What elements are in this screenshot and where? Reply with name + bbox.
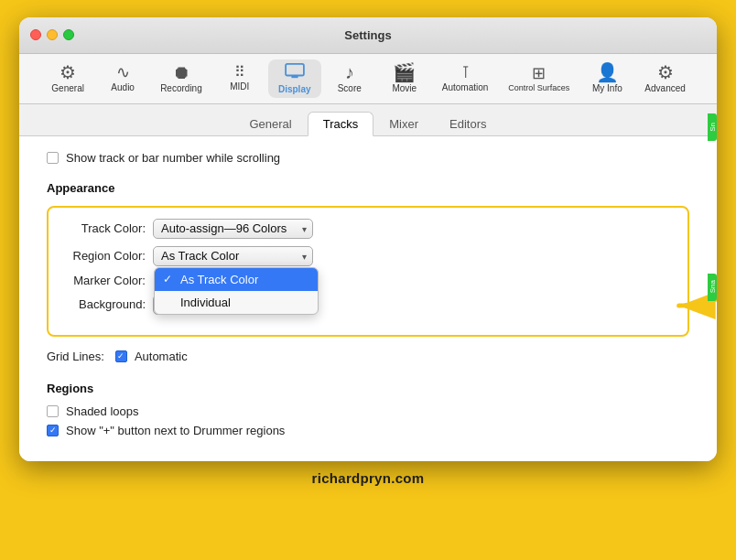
tab-editors[interactable]: Editors — [434, 112, 502, 136]
marker-color-label: Marker Color: — [63, 274, 146, 287]
toolbar: ⚙ General ∿ Audio ⏺ Recording ⠿ MIDI — [19, 54, 717, 104]
toolbar-item-recording[interactable]: ⏺ Recording — [151, 59, 211, 97]
gear-icon: ⚙ — [60, 63, 76, 81]
toolbar-item-advanced[interactable]: ⚙ Advanced — [635, 59, 694, 97]
person-icon: 👤 — [596, 63, 619, 81]
drummer-regions-row: ✓ Show "+" button next to Drummer region… — [47, 424, 689, 437]
automation-icon: ⊺ — [461, 64, 470, 81]
tab-mixer[interactable]: Mixer — [373, 112, 434, 136]
dropdown-item-as-track-color[interactable]: ✓ As Track Color — [155, 268, 318, 291]
grid-lines-value: Automatic — [135, 350, 188, 363]
midi-icon: ⠿ — [234, 65, 245, 80]
tabs-row: General Tracks Mixer Editors — [19, 104, 717, 136]
movie-icon: 🎬 — [393, 63, 416, 81]
checkmark-icon: ✓ — [163, 273, 172, 285]
toolbar-item-general[interactable]: ⚙ General — [41, 59, 94, 97]
show-bar-row: Show track or bar number while scrolling — [47, 151, 689, 165]
shaded-loops-label: Shaded loops — [66, 404, 139, 418]
side-strip-bottom: Sna — [708, 274, 717, 301]
window-title: Settings — [344, 28, 391, 42]
grid-lines-label: Grid Lines: — [47, 350, 104, 363]
region-color-value: As Track Color — [161, 249, 239, 263]
minimize-button[interactable] — [47, 29, 58, 40]
attribution: richardpryn.com — [312, 470, 425, 486]
audio-icon: ∿ — [116, 64, 130, 81]
toolbar-item-control-surfaces[interactable]: ⊞ Control Surfaces — [499, 61, 579, 96]
toolbar-label-audio: Audio — [111, 82, 135, 92]
maximize-button[interactable] — [63, 29, 74, 40]
grid-lines-checkbox[interactable]: ✓ — [115, 350, 127, 362]
toolbar-label-score: Score — [338, 83, 362, 93]
settings-window: Settings ⚙ General ∿ Audio ⏺ Recording ⠿… — [19, 17, 717, 461]
toolbar-label-general: General — [51, 83, 84, 93]
content-area: Show track or bar number while scrolling… — [19, 136, 717, 461]
toolbar-label-recording: Recording — [160, 83, 202, 93]
grid-lines-row: Grid Lines: ✓ Automatic — [47, 350, 689, 363]
svg-rect-1 — [291, 75, 298, 78]
toolbar-label-automation: Automation — [442, 82, 489, 92]
region-color-row: Region Color: As Track Color ▾ ✓ As Trac… — [63, 246, 673, 266]
outer-wrapper: Settings ⚙ General ∿ Audio ⏺ Recording ⠿… — [11, 17, 725, 544]
toolbar-item-audio[interactable]: ∿ Audio — [96, 60, 149, 96]
control-surfaces-icon: ⊞ — [532, 65, 546, 81]
drummer-regions-checkbox[interactable]: ✓ — [47, 425, 59, 436]
toolbar-label-movie: Movie — [392, 83, 417, 93]
toolbar-item-score[interactable]: ♪ Score — [323, 59, 376, 97]
region-color-dropdown: ✓ As Track Color Individual — [154, 267, 319, 315]
regions-title: Regions — [47, 382, 689, 395]
toolbar-label-advanced: Advanced — [644, 83, 685, 93]
toolbar-label-control-surfaces: Control Surfaces — [508, 83, 569, 92]
appearance-box: Track Color: Auto-assign—96 Colors ▾ Reg… — [47, 206, 689, 337]
chevron-down-icon-region: ▾ — [302, 251, 307, 261]
shaded-loops-row: Shaded loops — [47, 404, 689, 418]
chevron-down-icon: ▾ — [302, 223, 307, 233]
track-color-label: Track Color: — [63, 221, 146, 235]
dropdown-item-individual[interactable]: Individual — [155, 291, 318, 314]
shaded-loops-checkbox[interactable] — [47, 405, 59, 417]
toolbar-label-midi: MIDI — [230, 81, 249, 92]
side-strip-label: Sn — [709, 123, 717, 132]
toolbar-item-automation[interactable]: ⊺ Automation — [433, 60, 498, 96]
toolbar-item-movie[interactable]: 🎬 Movie — [378, 59, 431, 97]
dropdown-item-label: Individual — [180, 296, 231, 309]
title-bar: Settings — [19, 17, 717, 54]
show-bar-checkbox[interactable] — [47, 152, 59, 164]
track-color-select[interactable]: Auto-assign—96 Colors ▾ — [153, 219, 313, 239]
region-color-label: Region Color: — [63, 249, 146, 263]
toolbar-label-display: Display — [278, 84, 311, 94]
dropdown-item-label: As Track Color — [180, 273, 258, 286]
toolbar-item-display[interactable]: Display — [268, 59, 321, 98]
appearance-title: Appearance — [47, 181, 689, 195]
tab-tracks[interactable]: Tracks — [308, 112, 374, 136]
traffic-lights — [30, 29, 74, 40]
track-color-value: Auto-assign—96 Colors — [161, 221, 287, 235]
toolbar-item-my-info[interactable]: 👤 My Info — [580, 59, 633, 97]
svg-rect-0 — [286, 63, 304, 75]
toolbar-item-midi[interactable]: ⠿ MIDI — [213, 61, 266, 95]
region-color-select[interactable]: As Track Color ▾ ✓ As Track Color Indivi… — [153, 246, 313, 266]
advanced-icon: ⚙ — [657, 63, 674, 81]
recording-icon: ⏺ — [172, 63, 190, 81]
tab-general[interactable]: General — [233, 112, 307, 136]
side-strip-label-2: Sna — [709, 280, 717, 293]
score-icon: ♪ — [345, 63, 354, 81]
show-bar-label: Show track or bar number while scrolling — [66, 151, 280, 165]
side-strip-top: Sn — [708, 113, 717, 141]
toolbar-label-my-info: My Info — [592, 83, 622, 93]
track-color-row: Track Color: Auto-assign—96 Colors ▾ — [63, 219, 673, 239]
drummer-regions-label: Show "+" button next to Drummer regions — [66, 424, 285, 437]
close-button[interactable] — [30, 29, 41, 40]
display-icon — [284, 63, 306, 82]
background-label: Background: — [63, 297, 146, 311]
